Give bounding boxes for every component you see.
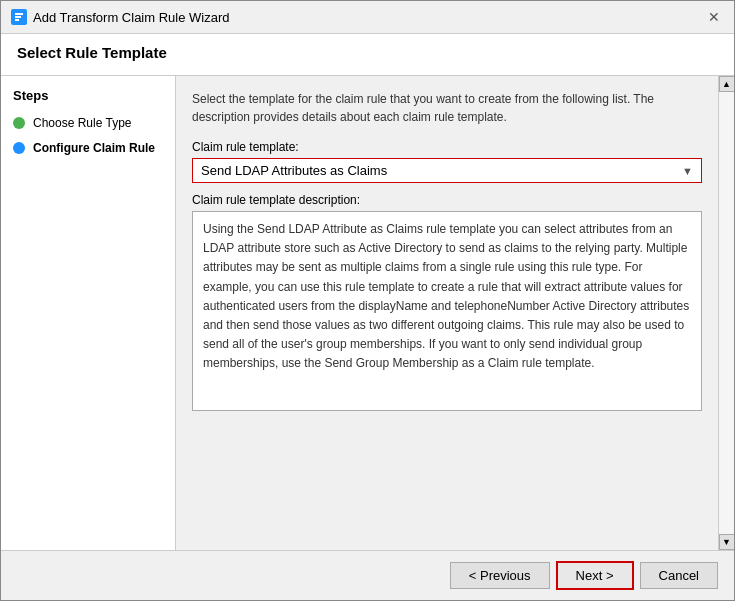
close-button[interactable]: ✕ (704, 7, 724, 27)
claim-rule-template-select-wrapper: Send LDAP Attributes as Claims ▼ (201, 163, 693, 178)
cancel-button[interactable]: Cancel (640, 562, 718, 589)
step-item-choose-rule-type[interactable]: Choose Rule Type (1, 111, 175, 136)
scroll-up-button[interactable]: ▲ (719, 76, 735, 92)
next-button[interactable]: Next > (556, 561, 634, 590)
title-bar: Add Transform Claim Rule Wizard ✕ (1, 1, 734, 34)
step-dot-active (13, 142, 25, 154)
scroll-down-button[interactable]: ▼ (719, 534, 735, 550)
steps-label: Steps (1, 88, 175, 111)
content-area: Steps Choose Rule Type Configure Claim R… (1, 76, 734, 550)
svg-rect-3 (15, 19, 19, 21)
svg-rect-2 (15, 16, 21, 18)
step-dot-done (13, 117, 25, 129)
intro-text: Select the template for the claim rule t… (192, 90, 702, 126)
page-title: Select Rule Template (17, 44, 718, 61)
description-label: Claim rule template description: (192, 193, 702, 207)
claim-rule-template-label: Claim rule template: (192, 140, 702, 154)
add-transform-claim-rule-wizard: Add Transform Claim Rule Wizard ✕ Select… (0, 0, 735, 601)
footer: < Previous Next > Cancel (1, 550, 734, 600)
main-panel: Select the template for the claim rule t… (176, 76, 718, 550)
dialog-title: Add Transform Claim Rule Wizard (33, 10, 230, 25)
page-header: Select Rule Template (1, 34, 734, 76)
step-label-configure-claim-rule: Configure Claim Rule (33, 140, 155, 157)
description-text: Using the Send LDAP Attribute as Claims … (192, 211, 702, 411)
claim-rule-template-field[interactable]: Send LDAP Attributes as Claims ▼ (192, 158, 702, 183)
scrollbar[interactable]: ▲ ▼ (718, 76, 734, 550)
steps-panel: Steps Choose Rule Type Configure Claim R… (1, 76, 176, 550)
scroll-track (719, 92, 734, 534)
previous-button[interactable]: < Previous (450, 562, 550, 589)
title-bar-left: Add Transform Claim Rule Wizard (11, 9, 230, 25)
wizard-icon (11, 9, 27, 25)
step-label-choose-rule-type: Choose Rule Type (33, 115, 132, 132)
description-group: Claim rule template description: Using t… (192, 193, 702, 411)
claim-rule-template-value: Send LDAP Attributes as Claims (201, 163, 678, 178)
claim-rule-template-group: Claim rule template: Send LDAP Attribute… (192, 140, 702, 183)
svg-rect-1 (15, 13, 23, 15)
step-item-configure-claim-rule[interactable]: Configure Claim Rule (1, 136, 175, 161)
dropdown-arrow-icon: ▼ (682, 165, 693, 177)
